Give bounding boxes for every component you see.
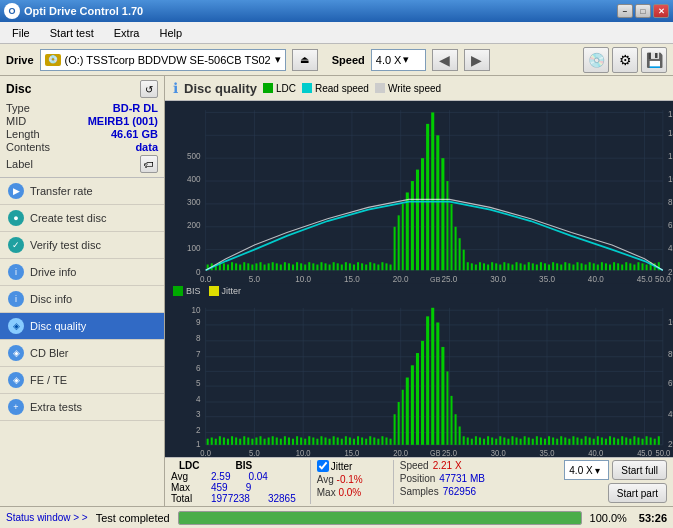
speed-combo[interactable]: 4.0 X ▾ bbox=[564, 460, 609, 480]
disc-icon-button[interactable]: 💿 bbox=[583, 47, 609, 73]
svg-rect-77 bbox=[333, 262, 335, 270]
sidebar-item-verify-test-disc-label: Verify test disc bbox=[30, 239, 101, 251]
speed-stat-label: Speed bbox=[400, 460, 429, 471]
svg-rect-80 bbox=[345, 262, 347, 270]
menu-extra[interactable]: Extra bbox=[106, 25, 148, 41]
svg-rect-137 bbox=[585, 265, 587, 271]
jitter-checkbox[interactable] bbox=[317, 460, 329, 472]
close-button[interactable]: ✕ bbox=[653, 4, 669, 18]
svg-rect-136 bbox=[581, 263, 583, 270]
svg-rect-65 bbox=[284, 262, 286, 270]
svg-rect-85 bbox=[365, 265, 367, 271]
svg-rect-114 bbox=[491, 262, 493, 270]
svg-text:5.0: 5.0 bbox=[249, 273, 260, 284]
menu-help[interactable]: Help bbox=[151, 25, 190, 41]
svg-rect-122 bbox=[524, 265, 526, 271]
speed-select[interactable]: 4.0 X ▾ bbox=[371, 49, 426, 71]
svg-rect-258 bbox=[426, 316, 429, 444]
svg-rect-210 bbox=[227, 439, 229, 445]
svg-rect-99 bbox=[426, 124, 429, 270]
svg-rect-105 bbox=[455, 227, 457, 270]
title-bar: O Opti Drive Control 1.70 − □ ✕ bbox=[0, 0, 673, 22]
sidebar-item-cd-bler[interactable]: ◈ CD Bler bbox=[0, 340, 164, 367]
svg-text:10X: 10X bbox=[668, 174, 673, 185]
drive-label: Drive bbox=[6, 54, 34, 66]
svg-rect-140 bbox=[597, 265, 599, 271]
speed-combo-val: 4.0 X bbox=[569, 465, 592, 476]
drive-bar: Drive 💿 (O:) TSSTcorp BDDVDW SE-506CB TS… bbox=[0, 44, 673, 76]
menu-start-test[interactable]: Start test bbox=[42, 25, 102, 41]
svg-text:45.0: 45.0 bbox=[637, 273, 653, 284]
svg-rect-261 bbox=[441, 347, 444, 445]
status-window-button[interactable]: Status window > > bbox=[6, 512, 88, 523]
sidebar-item-disc-info[interactable]: i Disc info bbox=[0, 286, 164, 313]
svg-text:15.0: 15.0 bbox=[345, 447, 360, 457]
svg-text:40.0: 40.0 bbox=[588, 447, 603, 457]
speed-forward-button[interactable]: ▶ bbox=[464, 49, 490, 71]
svg-rect-221 bbox=[272, 436, 274, 445]
svg-text:2: 2 bbox=[196, 424, 201, 435]
minimize-button[interactable]: − bbox=[617, 4, 633, 18]
svg-rect-146 bbox=[621, 265, 623, 271]
sidebar-item-create-test-disc[interactable]: ● Create test disc bbox=[0, 205, 164, 232]
start-full-button[interactable]: Start full bbox=[612, 460, 667, 480]
svg-text:25.0: 25.0 bbox=[442, 273, 458, 284]
svg-rect-244 bbox=[365, 439, 367, 445]
drive-select[interactable]: 💿 (O:) TSSTcorp BDDVDW SE-506CB TS02 ▾ bbox=[40, 49, 286, 71]
start-part-button[interactable]: Start part bbox=[608, 483, 667, 503]
max-jitter-label: Max bbox=[317, 487, 336, 498]
svg-rect-229 bbox=[304, 439, 306, 445]
svg-rect-277 bbox=[507, 439, 509, 445]
svg-rect-129 bbox=[552, 262, 554, 270]
svg-rect-298 bbox=[593, 439, 595, 445]
eject-button[interactable]: ⏏ bbox=[292, 49, 318, 71]
svg-text:6: 6 bbox=[196, 363, 201, 374]
svg-rect-70 bbox=[304, 265, 306, 271]
svg-rect-93 bbox=[398, 215, 400, 270]
svg-rect-112 bbox=[483, 263, 485, 270]
sidebar-item-transfer-rate[interactable]: ▶ Transfer rate bbox=[0, 178, 164, 205]
svg-text:40.0: 40.0 bbox=[588, 273, 604, 284]
maximize-button[interactable]: □ bbox=[635, 4, 651, 18]
sidebar-item-verify-test-disc[interactable]: ✓ Verify test disc bbox=[0, 232, 164, 259]
legend-write-speed-color bbox=[375, 83, 385, 93]
disc-contents-label: Contents bbox=[6, 141, 50, 153]
svg-rect-121 bbox=[520, 263, 522, 270]
svg-text:12X: 12X bbox=[668, 151, 673, 162]
svg-rect-88 bbox=[377, 265, 379, 271]
sidebar-item-disc-quality[interactable]: ◈ Disc quality bbox=[0, 313, 164, 340]
settings-icon-button[interactable]: ⚙ bbox=[612, 47, 638, 73]
svg-rect-62 bbox=[272, 262, 274, 270]
svg-rect-126 bbox=[540, 262, 542, 270]
svg-rect-116 bbox=[499, 265, 501, 271]
speed-back-button[interactable]: ◀ bbox=[432, 49, 458, 71]
svg-rect-306 bbox=[625, 437, 627, 444]
svg-rect-273 bbox=[491, 437, 493, 444]
status-time: 53:26 bbox=[639, 512, 667, 524]
svg-text:500: 500 bbox=[187, 151, 201, 162]
svg-rect-216 bbox=[251, 439, 253, 445]
svg-rect-218 bbox=[259, 436, 261, 445]
svg-rect-311 bbox=[646, 436, 648, 445]
sidebar-item-fe-te[interactable]: ◈ FE / TE bbox=[0, 367, 164, 394]
sidebar-item-create-test-disc-label: Create test disc bbox=[30, 212, 106, 224]
save-icon-button[interactable]: 💾 bbox=[641, 47, 667, 73]
svg-rect-227 bbox=[296, 436, 298, 445]
svg-rect-290 bbox=[560, 436, 562, 445]
svg-rect-76 bbox=[329, 265, 331, 271]
bis-chart-wrapper: 1 2 3 4 5 6 7 8 9 10 2% 4% 6% 8% 10% bbox=[165, 298, 673, 457]
sidebar-item-extra-tests[interactable]: + Extra tests bbox=[0, 394, 164, 421]
svg-rect-63 bbox=[276, 263, 278, 270]
svg-rect-233 bbox=[320, 436, 322, 445]
svg-rect-308 bbox=[633, 436, 635, 445]
svg-rect-69 bbox=[300, 263, 302, 270]
svg-rect-55 bbox=[243, 262, 245, 270]
legend-ldc-color bbox=[263, 83, 273, 93]
svg-rect-309 bbox=[637, 437, 639, 444]
svg-text:100: 100 bbox=[187, 242, 201, 253]
sidebar-item-drive-info[interactable]: i Drive info bbox=[0, 259, 164, 286]
menu-file[interactable]: File bbox=[4, 25, 38, 41]
disc-label-icon-button[interactable]: 🏷 bbox=[140, 155, 158, 173]
disc-refresh-button[interactable]: ↺ bbox=[140, 80, 158, 98]
svg-rect-54 bbox=[239, 265, 241, 271]
